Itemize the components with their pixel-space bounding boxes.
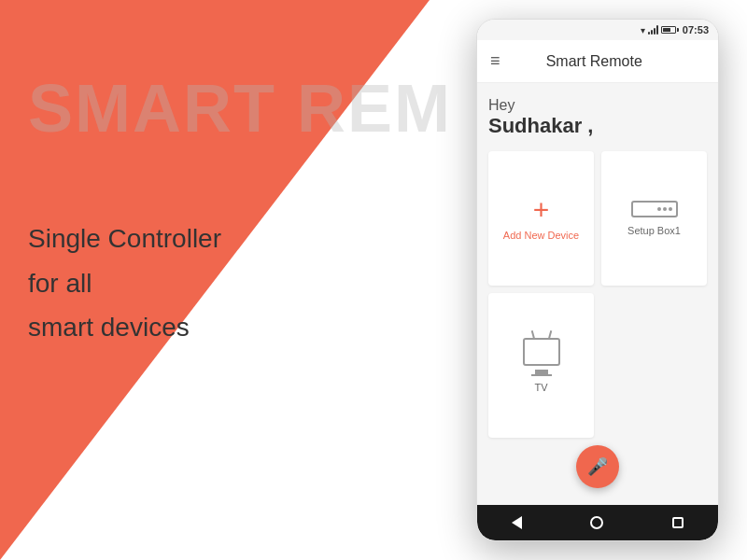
greeting-name: Sudhakar , (488, 114, 707, 138)
tv-stand (535, 370, 548, 374)
dot2 (663, 207, 667, 211)
status-bar: ▾ 07:53 (477, 20, 718, 40)
setup-box-label: Setup Box1 (627, 225, 681, 236)
phone-screen: ▾ 07:53 ≡ Smart Remote Hey Sudhakar , (476, 19, 719, 541)
tagline-line-3: smart devices (28, 305, 336, 350)
wifi-icon: ▾ (641, 25, 645, 35)
recent-icon (672, 517, 684, 528)
status-time: 07:53 (683, 24, 709, 35)
add-new-device-card[interactable]: + Add New Device (488, 151, 594, 286)
fab-container: 🎤 (488, 438, 707, 492)
tagline-line-1: Single Controller (28, 217, 336, 261)
greeting-hey: Hey (488, 96, 707, 114)
mic-fab-button[interactable]: 🎤 (576, 445, 619, 488)
tv-icon-container (523, 338, 560, 376)
tv-label: TV (534, 382, 547, 393)
background-title-text: SMART REM (28, 75, 336, 142)
nav-back-button[interactable] (512, 516, 522, 529)
tv-card[interactable]: TV (488, 293, 594, 438)
left-panel: SMART REM Single Controller for all smar… (0, 0, 364, 560)
nav-bar (477, 505, 718, 540)
tagline-line-2: for all (28, 261, 336, 306)
home-icon (590, 516, 603, 529)
signal-icon (648, 25, 658, 35)
battery-fill (663, 28, 670, 32)
app-bar: ≡ Smart Remote (477, 40, 718, 83)
nav-recent-button[interactable] (672, 517, 684, 528)
mic-icon: 🎤 (587, 456, 608, 477)
back-icon (512, 516, 522, 529)
dot3 (669, 207, 672, 211)
tv-antenna-left (530, 330, 535, 340)
nav-home-button[interactable] (590, 516, 603, 529)
battery-icon (661, 26, 676, 34)
tagline: Single Controller for all smart devices (28, 217, 336, 350)
setup-box-card[interactable]: Setup Box1 (601, 151, 707, 286)
tv-base (531, 374, 552, 376)
device-grid: + Add New Device Setup Box1 (488, 151, 707, 438)
setup-box-icon (631, 201, 678, 217)
phone-mockup: ▾ 07:53 ≡ Smart Remote Hey Sudhakar , (476, 19, 719, 541)
tv-antenna-right (547, 330, 552, 340)
tv-screen-icon (523, 338, 560, 366)
menu-icon[interactable]: ≡ (490, 51, 500, 71)
dot1 (657, 207, 661, 211)
app-title: Smart Remote (512, 53, 677, 70)
add-icon: + (533, 196, 550, 224)
add-new-device-label: Add New Device (503, 230, 579, 241)
content-area: Hey Sudhakar , + Add New Device Setup Bo… (477, 83, 718, 505)
status-icons: ▾ 07:53 (641, 24, 709, 35)
